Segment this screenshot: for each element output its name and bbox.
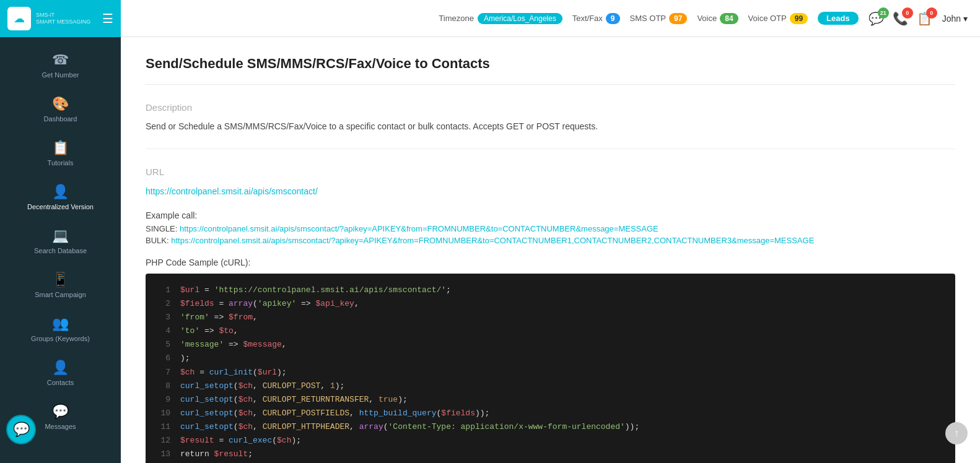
single-example-line: SINGLE: https://controlpanel.smsit.ai/ap…: [146, 224, 955, 233]
code-line-6: 6 );: [158, 352, 943, 365]
sidebar-nav: ☎ Get Number 🎨 Dashboard 📋 Tutorials 👤 D…: [0, 37, 121, 445]
smsotp-badge: 97: [669, 13, 687, 24]
voice-badge: 84: [720, 13, 738, 24]
campaign-icon: 📱: [52, 272, 69, 288]
topbar-icons: 💬 21 📞 0 📋 0: [868, 11, 932, 26]
logo-text: SMS-iT SMART MESSAGING: [36, 12, 90, 25]
content-area: Send/Schedule SMS/MMS/RCS/Fax/Voice to C…: [121, 37, 980, 463]
timezone-value: America/Los_Angeles: [478, 13, 562, 24]
sidebar-item-tutorials[interactable]: 📋 Tutorials: [0, 131, 121, 175]
description-text: Send or Schedule a SMS/MMS/RCS/Fax/Voice…: [146, 121, 955, 149]
tutorials-icon: 📋: [52, 140, 69, 156]
decentralized-icon: 👤: [52, 184, 69, 200]
example-section: Example call: SINGLE: https://controlpan…: [146, 210, 955, 245]
bulk-url-link[interactable]: https://controlpanel.smsit.ai/apis/smsco…: [171, 236, 814, 245]
php-label: PHP Code Sample (cURL):: [146, 257, 955, 267]
username: John: [942, 14, 961, 24]
code-line-12: 12 $result = curl_exec($ch);: [158, 434, 943, 448]
notifications-count: 21: [878, 7, 889, 19]
url-label: URL: [146, 167, 955, 177]
leads-badge[interactable]: Leads: [818, 12, 859, 25]
sidebar: ☁ SMS-iT SMART MESSAGING ☰ ☎ Get Number …: [0, 0, 121, 463]
sidebar-item-decentralized[interactable]: 👤 Decentralized Version: [0, 175, 121, 219]
user-dropdown-icon: ▾: [963, 14, 968, 24]
logo-icon: ☁: [7, 7, 31, 30]
msg-count: 0: [926, 7, 937, 19]
code-line-7: 7 $ch = curl_init($url);: [158, 366, 943, 379]
logo-area: ☁ SMS-iT SMART MESSAGING: [7, 7, 90, 30]
code-line-13: 13 return $result;: [158, 448, 943, 461]
sidebar-item-groups[interactable]: 👥 Groups (Keywords): [0, 307, 121, 351]
code-line-11: 11 curl_setopt($ch, CURLOPT_HTTPHEADER, …: [158, 420, 943, 434]
main-area: Timezone America/Los_Angeles Text/Fax 9 …: [121, 0, 980, 463]
single-prefix: SINGLE:: [146, 224, 177, 233]
search-db-icon: 💻: [52, 228, 69, 244]
code-line-2: 2 $fields = array('apikey' => $api_key,: [158, 297, 943, 311]
phone-icon: ☎: [52, 52, 69, 68]
sidebar-item-dashboard[interactable]: 🎨 Dashboard: [0, 87, 121, 131]
topbar: Timezone America/Los_Angeles Text/Fax 9 …: [121, 0, 980, 37]
voiceotp-badge: 99: [790, 13, 808, 24]
smsotp-stat: SMS OTP 97: [630, 13, 688, 24]
textfax-stat: Text/Fax 9: [572, 13, 620, 24]
voice-stat: Voice 84: [697, 13, 738, 24]
groups-icon: 👥: [52, 316, 69, 332]
code-line-9: 9 curl_setopt($ch, CURLOPT_RETURNTRANSFE…: [158, 393, 943, 407]
messages-icon: 💬: [52, 404, 69, 420]
phone-notifications-button[interactable]: 📞 0: [893, 11, 908, 26]
code-line-5: 5 'message' => $message,: [158, 338, 943, 352]
voiceotp-label: Voice OTP: [748, 14, 787, 23]
sidebar-header: ☁ SMS-iT SMART MESSAGING ☰: [0, 0, 121, 37]
clipboard-button[interactable]: 📋 0: [917, 11, 932, 26]
bulk-example-line: BULK: https://controlpanel.smsit.ai/apis…: [146, 236, 955, 245]
code-block: 1 $url = 'https://controlpanel.smsit.ai/…: [146, 274, 955, 463]
user-menu[interactable]: John ▾: [942, 14, 968, 24]
notifications-button[interactable]: 💬 21: [868, 11, 884, 26]
phone-count: 0: [902, 7, 913, 19]
hamburger-button[interactable]: ☰: [102, 11, 113, 26]
timezone-label: Timezone: [439, 14, 474, 23]
sidebar-item-smart-campaign[interactable]: 📱 Smart Campaign: [0, 263, 121, 307]
smsotp-label: SMS OTP: [630, 14, 667, 23]
sidebar-item-get-number[interactable]: ☎ Get Number: [0, 43, 121, 87]
api-url-link[interactable]: https://controlpanel.smsit.ai/apis/smsco…: [146, 186, 318, 196]
code-line-10: 10 curl_setopt($ch, CURLOPT_POSTFIELDS, …: [158, 407, 943, 420]
contacts-icon: 👤: [52, 360, 69, 376]
code-line-8: 8 curl_setopt($ch, CURLOPT_POST, 1);: [158, 379, 943, 393]
voice-label: Voice: [697, 14, 717, 23]
single-url-link[interactable]: https://controlpanel.smsit.ai/apis/smsco…: [180, 224, 658, 233]
bulk-prefix: BULK:: [146, 236, 169, 245]
scroll-top-button[interactable]: ↑: [945, 422, 968, 444]
textfax-badge: 9: [606, 13, 620, 24]
code-line-4: 4 'to' => $to,: [158, 324, 943, 338]
url-section: URL https://controlpanel.smsit.ai/apis/s…: [146, 167, 955, 197]
description-label: Description: [146, 102, 955, 113]
chat-float-button[interactable]: 💬: [6, 415, 36, 444]
voiceotp-stat: Voice OTP 99: [748, 13, 808, 24]
textfax-label: Text/Fax: [572, 14, 603, 23]
dashboard-icon: 🎨: [52, 96, 69, 112]
code-line-1: 1 $url = 'https://controlpanel.smsit.ai/…: [158, 283, 943, 297]
sidebar-item-search-database[interactable]: 💻 Search Database: [0, 219, 121, 263]
sidebar-item-contacts[interactable]: 👤 Contacts: [0, 351, 121, 395]
example-label: Example call:: [146, 210, 955, 220]
page-title: Send/Schedule SMS/MMS/RCS/Fax/Voice to C…: [146, 56, 955, 85]
code-line-3: 3 'from' => $from,: [158, 311, 943, 324]
timezone-display: Timezone America/Los_Angeles: [439, 13, 562, 24]
